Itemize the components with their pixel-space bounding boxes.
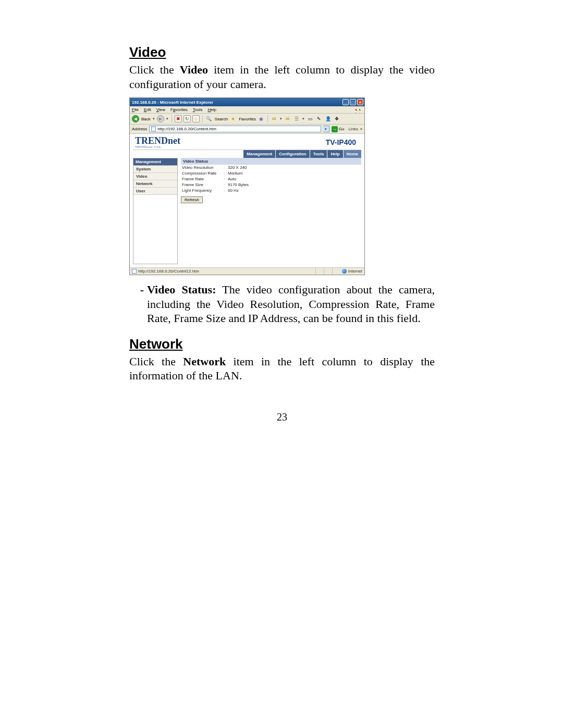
- sidebar: Management System Video Network User: [133, 158, 178, 264]
- discuss-icon[interactable]: ✎: [315, 115, 323, 122]
- row-video-resolution: Video Resolution:320 X 240: [181, 165, 361, 170]
- history-dropdown-icon[interactable]: ▾: [280, 117, 282, 121]
- title-bar: 192.168.0.20 - Microsoft Internet Explor…: [130, 98, 364, 106]
- page-icon: [151, 127, 156, 131]
- go-button[interactable]: → Go: [332, 126, 345, 132]
- toolbar-separator: [202, 115, 203, 122]
- brand-logo: TRENDnet TRENDware, USA: [135, 136, 180, 149]
- browser-toolbar: ◄ Back ▾ ► ▾ ✖ ↻ ⌂ 🔍 Search ★ Favorites …: [130, 114, 364, 125]
- media-icon[interactable]: ◉: [258, 115, 265, 122]
- links-label[interactable]: Links: [348, 127, 358, 131]
- page-icon: [132, 269, 137, 274]
- back-dropdown-icon[interactable]: ▾: [153, 117, 155, 121]
- sidebar-item-video[interactable]: Video: [133, 173, 177, 180]
- page-content: TRENDnet TRENDware, USA TV-IP400 Managem…: [130, 134, 364, 267]
- mail-icon[interactable]: ✉: [284, 115, 291, 122]
- tab-management[interactable]: Management: [243, 150, 275, 158]
- tab-home[interactable]: Home: [343, 150, 361, 158]
- network-heading: Network: [129, 336, 435, 352]
- kv-value: 60 Hz: [228, 188, 360, 193]
- brand-name: TRENDnet: [135, 135, 180, 146]
- kv-key: Compression Rate: [182, 171, 224, 176]
- kv-value: Auto: [228, 177, 360, 181]
- history-icon[interactable]: ✉: [271, 115, 278, 122]
- research-icon[interactable]: ❖: [333, 115, 340, 122]
- bullet-dash: -: [129, 282, 147, 326]
- video-intro: Click the Video item in the left column …: [129, 63, 435, 91]
- toolbar-separator: [267, 115, 268, 122]
- kv-value: Medium: [228, 171, 360, 176]
- row-light-frequency: Light Frequency:60 Hz: [181, 188, 361, 193]
- network-intro-bold: Network: [183, 355, 226, 368]
- page-number: 23: [129, 411, 435, 423]
- messenger-icon[interactable]: 👤: [324, 115, 332, 122]
- address-dropdown-icon[interactable]: ▾: [323, 126, 329, 132]
- search-icon[interactable]: 🔍: [205, 115, 213, 122]
- status-url: http://192.168.0.20/Contnt12.htm: [138, 269, 199, 274]
- sidebar-header: Management: [133, 158, 177, 166]
- kv-colon: :: [224, 182, 228, 187]
- maximize-button[interactable]: □: [350, 99, 356, 105]
- links-expand-icon[interactable]: »: [360, 127, 362, 131]
- video-status-header: Video Status: [181, 158, 361, 165]
- refresh-button[interactable]: ↻: [183, 115, 191, 122]
- print-icon[interactable]: ☰: [293, 115, 300, 122]
- network-intro-pre: Click the: [129, 355, 183, 368]
- go-label: Go: [339, 127, 345, 131]
- refresh-page-button[interactable]: Refresh: [181, 196, 203, 203]
- tab-tools[interactable]: Tools: [310, 150, 327, 158]
- kv-colon: :: [224, 171, 228, 176]
- bullet-lead: Video Status:: [147, 283, 216, 296]
- address-url: http://192.168.0.20/Content.htm: [157, 127, 216, 131]
- kv-colon: :: [224, 177, 228, 181]
- close-button[interactable]: ×: [357, 99, 363, 105]
- favorites-label[interactable]: Favorites: [239, 117, 256, 121]
- kv-key: Video Resolution: [182, 165, 224, 170]
- tab-strip: Management Configuration Tools Help Home: [130, 150, 364, 158]
- address-field[interactable]: http://192.168.0.20/Content.htm: [149, 126, 321, 132]
- menu-tools[interactable]: Tools: [193, 107, 203, 112]
- sidebar-item-network[interactable]: Network: [133, 180, 177, 188]
- edit-icon[interactable]: ▭: [307, 115, 314, 122]
- tab-configuration[interactable]: Configuration: [275, 150, 309, 158]
- menu-view[interactable]: View: [156, 107, 165, 112]
- model-name: TV-IP400: [326, 138, 356, 146]
- forward-button[interactable]: ►: [157, 115, 164, 122]
- sidebar-item-user[interactable]: User: [133, 188, 177, 195]
- menu-bar: File Edit View Favorites Tools Help: [130, 106, 364, 114]
- back-button[interactable]: ◄: [132, 115, 139, 122]
- video-intro-bold: Video: [180, 63, 208, 76]
- back-label: Back: [141, 117, 151, 121]
- favorites-icon[interactable]: ★: [229, 115, 237, 122]
- toolbar-separator: [172, 115, 172, 122]
- internet-zone-icon: [342, 269, 347, 274]
- menu-edit[interactable]: Edit: [144, 107, 151, 112]
- home-button[interactable]: ⌂: [192, 115, 200, 122]
- video-status-bullet: - Video Status: The video configuration …: [129, 282, 435, 326]
- kv-value: 320 X 240: [228, 165, 360, 170]
- kv-key: Frame Size: [182, 182, 224, 187]
- menu-file[interactable]: File: [132, 107, 139, 112]
- sidebar-item-system[interactable]: System: [133, 166, 177, 173]
- search-label[interactable]: Search: [215, 117, 228, 121]
- forward-dropdown-icon[interactable]: ▾: [166, 117, 168, 121]
- kv-key: Light Frequency: [182, 188, 224, 193]
- video-intro-pre: Click the: [129, 63, 180, 76]
- row-frame-size: Frame Size:9170 Bytes: [181, 182, 361, 188]
- tab-help[interactable]: Help: [327, 150, 342, 158]
- menu-help[interactable]: Help: [208, 107, 216, 112]
- network-intro: Click the Network item in the left colum…: [129, 354, 435, 383]
- kv-value: 9170 Bytes: [228, 182, 360, 187]
- address-label: Address: [132, 127, 147, 131]
- menu-favorites[interactable]: Favorites: [170, 107, 188, 112]
- minimize-button[interactable]: _: [342, 99, 349, 105]
- status-zone: Internet: [348, 269, 362, 274]
- kv-colon: :: [224, 188, 228, 193]
- browser-window: 192.168.0.20 - Microsoft Internet Explor…: [129, 97, 365, 275]
- print-dropdown-icon[interactable]: ▾: [302, 117, 304, 121]
- stop-button[interactable]: ✖: [175, 115, 182, 122]
- kv-colon: :: [224, 165, 228, 170]
- windows-flag-icon: [356, 107, 363, 113]
- window-title: 192.168.0.20 - Microsoft Internet Explor…: [132, 100, 341, 105]
- main-pane: Video Status Video Resolution:320 X 240 …: [178, 158, 361, 264]
